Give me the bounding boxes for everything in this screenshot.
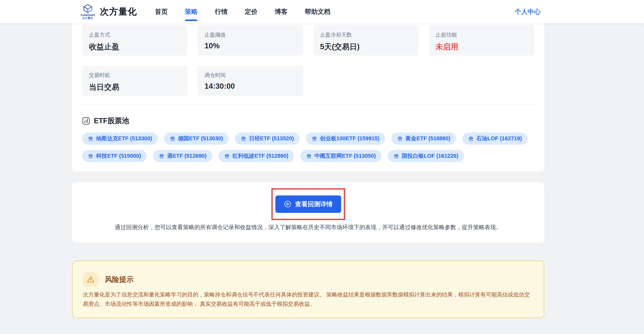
- etf-tag-label: 石油LOF (162719): [476, 135, 522, 142]
- etf-tag-label: 德国ETF (513030): [178, 135, 223, 142]
- bank-icon: [312, 136, 317, 141]
- etf-tag-label: 科技ETF (515000): [96, 152, 141, 160]
- etf-tag-label: 日经ETF (513520): [249, 135, 294, 142]
- param-label: 止盈方式: [89, 31, 181, 38]
- etf-tag-list: 纳斯达克ETF (513300) 德国ETF (513030): [82, 132, 534, 162]
- brand[interactable]: CubeQuant 次方量化 次方量化: [80, 4, 137, 19]
- param-card: 止盈阈值 10%: [198, 25, 303, 55]
- user-center-link[interactable]: 个人中心: [515, 7, 540, 16]
- logo-title: CubeQuant: [80, 14, 95, 16]
- param-grid: 止盈方式 收益止盈 止盈阈值 10% 止盈冷却天数 5天(交易日) 止损功能 未…: [82, 25, 534, 96]
- param-label: 调仓时间: [204, 72, 296, 79]
- bank-icon: [468, 136, 474, 141]
- bank-icon: [170, 136, 176, 141]
- nav-item[interactable]: 帮助文档: [304, 5, 330, 18]
- etf-tag[interactable]: 黄金ETF (518880): [392, 132, 456, 145]
- param-card: 交易时机 当日交易: [82, 66, 188, 96]
- logo-subtitle: 次方量化: [82, 17, 93, 19]
- etf-tag[interactable]: 石油LOF (162719): [462, 132, 528, 145]
- bank-icon: [394, 153, 399, 159]
- etf-tag-label: 纳斯达克ETF (513300): [96, 135, 152, 142]
- bank-icon: [306, 153, 312, 159]
- divider: [82, 105, 534, 105]
- brand-logo: CubeQuant 次方量化: [80, 4, 95, 19]
- param-card: 止损功能 未启用: [429, 25, 534, 55]
- param-value: 收益止盈: [89, 41, 181, 52]
- bar-chart-icon: [82, 117, 90, 125]
- param-card: 止盈冷却天数 5天(交易日): [313, 25, 419, 55]
- bank-icon: [88, 136, 94, 141]
- etf-tag-label: 创业板100ETF (159915): [320, 135, 380, 142]
- backtest-description: 通过回测分析，您可以查看策略的所有调仓记录和收益情况，深入了解策略在历史不同市场…: [115, 224, 502, 231]
- etf-tag[interactable]: 中概互联网ETF (513050): [300, 150, 382, 162]
- nav-item[interactable]: 首页: [155, 5, 168, 18]
- content: 止盈方式 收益止盈 止盈阈值 10% 止盈冷却天数 5天(交易日) 止损功能 未…: [72, 23, 544, 318]
- main-nav: 首页 策略 行情 定价 博客 帮助文档: [155, 5, 330, 18]
- warning-triangle-icon: [86, 276, 95, 283]
- view-backtest-button-label: 查看回测详情: [295, 200, 332, 209]
- etf-tag[interactable]: 德国ETF (513030): [164, 132, 229, 145]
- etf-tag-label: 酒ETF (512690): [167, 152, 206, 160]
- view-backtest-button[interactable]: 查看回测详情: [275, 195, 341, 213]
- risk-notice-body: 次方量化是为了信息交流和量化策略学习的目的，策略持仓和调仓信号不代表任何具体的投…: [83, 290, 532, 309]
- param-card: 调仓时间 14:30:00: [198, 66, 303, 96]
- etf-pool-title: ETF股票池: [94, 116, 129, 126]
- header: CubeQuant 次方量化 次方量化 首页 策略 行情 定价 博客 帮助文档 …: [0, 0, 644, 23]
- bank-icon: [88, 153, 94, 159]
- nav-item[interactable]: 行情: [215, 5, 228, 18]
- nav-item[interactable]: 策略: [185, 5, 198, 18]
- param-value: 未启用: [436, 41, 527, 52]
- param-label: 交易时机: [89, 72, 181, 79]
- strategy-params-section: 止盈方式 收益止盈 止盈阈值 10% 止盈冷却天数 5天(交易日) 止损功能 未…: [72, 23, 544, 172]
- param-value: 10%: [204, 41, 296, 50]
- param-label: 止盈阈值: [204, 31, 296, 38]
- risk-notice-section: 风险提示 次方量化是为了信息交流和量化策略学习的目的，策略持仓和调仓信号不代表任…: [72, 261, 544, 318]
- header-left: CubeQuant 次方量化 次方量化 首页 策略 行情 定价 博客 帮助文档: [80, 4, 330, 19]
- etf-tag-label: 红利低波ETF (512890): [232, 152, 288, 160]
- warning-badge: [83, 272, 98, 287]
- bank-icon: [224, 153, 230, 159]
- etf-tag[interactable]: 科技ETF (515000): [82, 150, 147, 162]
- param-card: 止盈方式 收益止盈: [82, 25, 188, 55]
- etf-tag[interactable]: 创业板100ETF (159915): [306, 132, 385, 145]
- brand-name: 次方量化: [100, 6, 137, 18]
- etf-tag-label: 中概互联网ETF (513050): [314, 152, 376, 160]
- annotation-highlight-box: 查看回测详情: [271, 188, 345, 220]
- param-value: 14:30:00: [204, 82, 296, 90]
- etf-tag[interactable]: 国投白银LOF (161226): [388, 150, 464, 162]
- param-value: 5天(交易日): [320, 41, 412, 52]
- bank-icon: [397, 136, 403, 141]
- backtest-section: 查看回测详情 通过回测分析，您可以查看策略的所有调仓记录和收益情况，深入了解策略…: [72, 182, 544, 243]
- etf-pool-header: ETF股票池: [82, 116, 534, 126]
- cube-icon: [83, 4, 93, 13]
- play-circle-icon: [284, 200, 292, 208]
- etf-tag[interactable]: 红利低波ETF (512890): [218, 150, 294, 162]
- etf-tag[interactable]: 纳斯达克ETF (513300): [82, 132, 158, 145]
- bank-icon: [159, 153, 164, 159]
- etf-tag[interactable]: 日经ETF (513520): [235, 132, 300, 145]
- nav-item[interactable]: 博客: [274, 5, 288, 18]
- bank-icon: [241, 136, 246, 141]
- etf-tag[interactable]: 酒ETF (512690): [153, 150, 212, 162]
- nav-item[interactable]: 定价: [245, 5, 258, 18]
- param-label: 止盈冷却天数: [320, 31, 412, 38]
- param-value: 当日交易: [89, 82, 181, 92]
- etf-tag-label: 黄金ETF (518880): [406, 135, 450, 142]
- risk-notice-title: 风险提示: [105, 275, 134, 284]
- etf-tag-label: 国投白银LOF (161226): [402, 152, 458, 160]
- risk-notice-header: 风险提示: [83, 272, 532, 287]
- param-label: 止损功能: [436, 31, 527, 38]
